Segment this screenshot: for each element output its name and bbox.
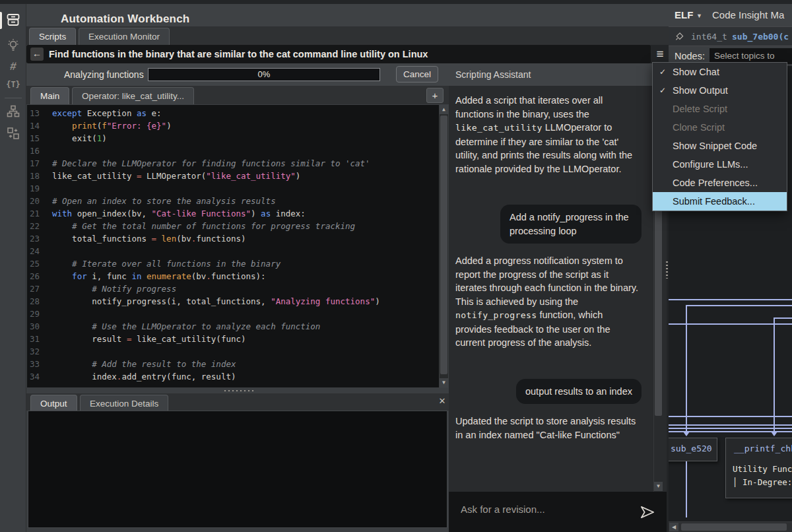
graph-horizontal-scrollbar[interactable]: ◀ — [669, 521, 792, 532]
chat-message-list: Added a script that iterates over all fu… — [449, 86, 657, 492]
line-number: 16 — [27, 145, 47, 157]
code-editor[interactable]: 13except Exception as e:14 print(f"Error… — [26, 104, 449, 388]
editor-scrollbar-thumb[interactable] — [440, 116, 447, 374]
code-line: 30 # Use the LLMOperator to analyze each… — [27, 320, 439, 333]
code-line: 26 for i, func in enumerate(bv.functions… — [27, 270, 439, 283]
tab-scripts[interactable]: Scripts — [29, 28, 76, 45]
line-number: 23 — [27, 232, 47, 245]
menu-item-configure-llms[interactable]: Configure LLMs... — [653, 155, 787, 174]
panel-resize-grip[interactable] — [666, 261, 668, 279]
line-number: 24 — [27, 245, 47, 257]
hierarchy-icon[interactable] — [5, 104, 21, 119]
add-tab-button[interactable]: + — [426, 88, 444, 103]
menu-item-clone-script: Clone Script — [653, 118, 787, 137]
graph-node-printf_chk[interactable]: __printf_chk Utility Func │ In-Degree: — [725, 438, 792, 498]
code-line: 21with open_index(bv, "Cat-like Function… — [27, 207, 439, 220]
node-title: __printf_chk — [726, 438, 792, 453]
menu-item-code-preferences[interactable]: Code Preferences... — [653, 174, 787, 192]
function-name[interactable]: sub_7eb00(c — [732, 32, 789, 42]
swap-boxes-icon[interactable] — [5, 125, 21, 141]
graph-edge — [669, 299, 792, 300]
assistant-message: Added a progress notification system to … — [455, 254, 639, 350]
nodes-label: Nodes: — [675, 51, 705, 61]
menu-item-show-snippet-code[interactable]: Show Snippet Code — [653, 137, 787, 155]
output-tab-execution-details[interactable]: Execution Details — [80, 395, 168, 412]
code-line: 24 — [27, 245, 439, 257]
user-message-bubble: Add a notify_progress in the processing … — [500, 205, 642, 244]
progress-label: Analyzing functions — [64, 69, 144, 80]
binary-format-dropdown[interactable]: ELF — [675, 9, 693, 20]
tab-execution-monitor[interactable]: Execution Monitor — [79, 28, 170, 45]
edge-arrow-icon — [683, 432, 690, 436]
assistant-chat-panel: Added a script that iterates over all fu… — [449, 86, 667, 492]
graph-scrollbar-thumb[interactable] — [681, 523, 787, 531]
lightbulb-icon[interactable] — [5, 37, 21, 53]
code-line: 17# Declare the LLMOperator for finding … — [27, 157, 439, 170]
splitter-grip — [224, 390, 253, 391]
line-number: 34 — [27, 370, 47, 383]
archive-icon[interactable] — [5, 12, 21, 28]
template-braces-icon[interactable]: {T} — [5, 77, 21, 92]
editor-scrollbar[interactable]: ▲ ▼ — [439, 105, 448, 387]
graph-edge — [686, 305, 792, 306]
line-number: 32 — [27, 345, 47, 358]
line-number: 27 — [27, 283, 47, 295]
editor-output-splitter[interactable] — [26, 388, 449, 393]
node-body: Utility Func │ In-Degree: — [726, 453, 792, 489]
line-number: 14 — [27, 119, 47, 132]
code-line: 25 # Iterate over all functions in the b… — [27, 257, 439, 270]
menu-item-show-output[interactable]: ✓Show Output — [653, 81, 787, 100]
app-title: Automation Workbench — [61, 13, 189, 26]
output-tab-output[interactable]: Output — [30, 395, 77, 412]
insight-header: ELF ▼ Code Insight Ma — [669, 4, 792, 26]
scroll-up-button[interactable]: ▲ — [440, 105, 448, 114]
graph-node-sub_e520[interactable]: sub_e520 — [669, 438, 717, 461]
left-icon-sidebar: # {T} — [0, 4, 26, 532]
hamburger-menu-button[interactable]: ≡ — [652, 46, 668, 62]
line-number: 29 — [27, 308, 47, 320]
output-tab-strip: OutputExecution Details ✕ — [26, 393, 449, 411]
function-signature-bar[interactable]: int64_t sub_7eb00(c — [669, 26, 792, 46]
code-line: 19 — [27, 182, 439, 195]
close-icon[interactable]: ✕ — [436, 395, 449, 408]
code-line: 23 total_functions = len(bv.functions) — [27, 232, 439, 245]
code-line: 14 print(f"Error: {e}") — [27, 119, 439, 132]
progress-bar: 0% — [148, 68, 380, 81]
hash-icon[interactable]: # — [4, 59, 22, 75]
menu-item-show-chat[interactable]: ✓Show Chat — [653, 63, 787, 81]
revision-input[interactable] — [461, 504, 626, 515]
graph-edge — [774, 317, 792, 319]
pin-icon[interactable] — [675, 32, 685, 42]
cancel-button[interactable]: Cancel — [396, 66, 438, 83]
code-line: 16 — [27, 145, 439, 157]
main-tab-strip: ScriptsExecution Monitor — [26, 26, 669, 45]
editor-tab-strip: MainOperator: like_cat_utility... + — [26, 86, 449, 104]
send-icon[interactable] — [639, 504, 656, 521]
code-line: 13except Exception as e: — [27, 107, 439, 119]
code-line: 32 — [27, 345, 439, 358]
code-line: 15 exit(1) — [27, 132, 439, 145]
line-number: 28 — [27, 295, 47, 308]
graph-edge — [774, 317, 775, 432]
task-header-bar: ← Find functions in the binary that are … — [26, 45, 651, 63]
editor-tab-main[interactable]: Main — [30, 87, 69, 104]
checkmark-icon: ✓ — [659, 63, 666, 81]
scroll-down-button[interactable]: ▼ — [440, 378, 448, 387]
code-line: 28 notify_progress(i, total_functions, "… — [27, 295, 439, 308]
menu-item-submit-feedback[interactable]: Submit Feedback... — [653, 192, 787, 211]
line-number: 17 — [27, 157, 47, 170]
code-line: 20# Open an index to store the analysis … — [27, 195, 439, 207]
editor-tab-operator-like-cat-utility[interactable]: Operator: like_cat_utility... — [72, 87, 194, 104]
line-number: 21 — [27, 207, 47, 220]
back-button[interactable]: ← — [30, 48, 44, 61]
title-bar: Automation Workbench — [26, 4, 669, 26]
active-tool-indicator — [0, 12, 2, 29]
sidebar-divider — [5, 98, 22, 98]
code-line: 34 index.add_entry(func, result) — [27, 370, 439, 383]
code-line: 31 result = like_cat_utility(func) — [27, 333, 439, 345]
scroll-left-button[interactable]: ◀ — [669, 523, 678, 531]
graph-edge — [669, 424, 792, 426]
progress-row: Analyzing functions 0% Cancel — [26, 63, 449, 86]
line-number: 22 — [27, 220, 47, 232]
chat-scroll-down-button[interactable]: ▼ — [654, 482, 663, 491]
